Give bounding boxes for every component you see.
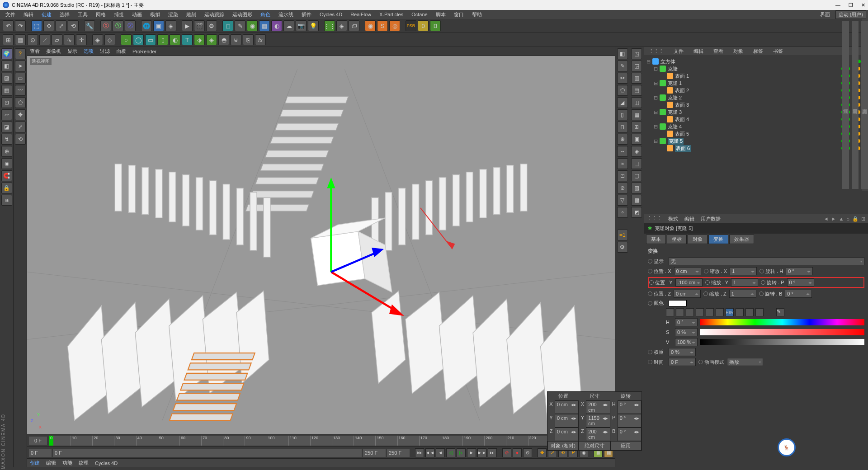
menu-realflow[interactable]: RealFlow — [347, 11, 375, 18]
tag-add[interactable]: 🏷 — [349, 20, 359, 31]
move-tool[interactable]: ✥ — [43, 20, 54, 31]
tweak-mode[interactable]: ⊕ — [1, 146, 12, 157]
attr-tab[interactable]: 坐标 — [667, 235, 687, 244]
frame-range-field[interactable]: 250 F — [387, 449, 410, 457]
rt-brush[interactable]: ✎ — [617, 61, 628, 71]
prev-frame[interactable]: ◄ — [436, 448, 445, 457]
lasso-select[interactable]: 〰 — [15, 85, 26, 96]
record-key[interactable]: ⊘ — [502, 448, 511, 457]
fx[interactable]: fx — [255, 34, 266, 45]
attr-lock[interactable]: 🔒 — [852, 216, 859, 222]
coord-mode-abs[interactable]: 绝对尺寸 — [579, 441, 610, 451]
camera[interactable]: 📷 — [296, 20, 307, 31]
tree-row[interactable]: 表面 1✔ — [646, 72, 866, 80]
poly-select[interactable]: ⬠ — [15, 97, 26, 108]
b-btn[interactable]: B — [430, 20, 441, 31]
rt2-b[interactable]: ◲ — [631, 61, 642, 71]
color-mode-icon[interactable] — [666, 308, 674, 316]
sat-slider[interactable] — [700, 329, 864, 335]
tree-row[interactable]: ⊟克隆 5✔ — [646, 137, 866, 145]
menu-create[interactable]: 创建 — [38, 10, 55, 19]
attr-fwd[interactable]: ► — [831, 216, 836, 222]
menu-plugins[interactable]: 插件 — [298, 10, 315, 19]
zero-btn[interactable]: 0 — [418, 20, 429, 31]
coord-mode-obj[interactable]: 对象 (相对) — [547, 441, 579, 451]
lathe[interactable]: ◐ — [170, 34, 180, 45]
axis-z-toggle[interactable]: Ⓩ — [125, 20, 136, 31]
vp-display[interactable]: 显示 — [67, 48, 77, 55]
move-l[interactable]: ✥ — [15, 109, 26, 120]
help-icon[interactable]: ? — [15, 48, 26, 59]
rt-gear[interactable]: ⚙ — [617, 242, 628, 253]
spline-circle[interactable]: ◯ — [133, 34, 144, 45]
menu-animate[interactable]: 动画 — [128, 10, 146, 19]
rt-knife[interactable]: ✂ — [617, 73, 628, 84]
color-rgb-icon[interactable] — [706, 308, 714, 316]
menu-tools[interactable]: 工具 — [74, 10, 91, 19]
attr-home[interactable]: ⌂ — [846, 216, 849, 222]
vp-filter[interactable]: 过滤 — [100, 48, 110, 55]
menu-tracker[interactable]: 运动跟踪 — [201, 10, 228, 19]
scale-z-field[interactable]: 1◂▸ — [729, 290, 756, 298]
workplane2[interactable]: ◇ — [104, 34, 115, 45]
sweep[interactable]: ⬗ — [194, 34, 205, 45]
vp-options[interactable]: 选项 — [84, 48, 94, 55]
btab-texture[interactable]: 纹理 — [79, 460, 89, 466]
rt2-f[interactable]: ▦ — [631, 109, 642, 120]
rot-h-field[interactable]: 0 °◂▸ — [786, 267, 813, 275]
menu-select[interactable]: 选择 — [56, 10, 73, 19]
axis-y-toggle[interactable]: Ⓨ — [113, 20, 123, 31]
texture-mode[interactable]: ▨ — [1, 73, 12, 84]
recent-tool[interactable]: 🔧 — [84, 20, 95, 31]
frame-current-field[interactable]: 0 F — [53, 449, 362, 457]
color-k-icon[interactable] — [736, 308, 744, 316]
boole[interactable]: ◓ — [218, 34, 229, 45]
menu-script[interactable]: 脚本 — [432, 10, 449, 19]
rect-select[interactable]: ▭ — [15, 73, 26, 84]
menu-pipeline[interactable]: 流水线 — [275, 10, 297, 19]
make-editable[interactable]: ◈ — [165, 20, 176, 31]
hsv-button[interactable]: HSV — [726, 308, 734, 316]
maximize-button[interactable]: ❐ — [849, 2, 853, 8]
rt2-c[interactable]: ▥ — [631, 73, 642, 84]
snap-poly[interactable]: ▱ — [52, 34, 62, 45]
axis-mode[interactable]: ↯ — [1, 134, 12, 145]
rot-b-field[interactable]: 0 °◂▸ — [785, 290, 812, 298]
weight-field[interactable]: 0 %◂▸ — [669, 348, 696, 356]
attr-tab[interactable]: 对象 — [688, 235, 708, 244]
auto-key[interactable]: ● — [513, 448, 522, 457]
snap-spline[interactable]: ∿ — [64, 34, 75, 45]
coord-system[interactable]: 🌐 — [141, 20, 152, 31]
menu-character[interactable]: 角色 — [257, 10, 274, 19]
menu-snap[interactable]: 捕捉 — [110, 10, 127, 19]
tree-row[interactable]: 表面 2✔ — [646, 87, 866, 94]
tree-row[interactable]: ⊟克隆 4✔ — [646, 123, 866, 130]
dock-content-browser[interactable]: 内容浏览器 — [861, 21, 868, 189]
next-frame[interactable]: ► — [467, 448, 476, 457]
viewport[interactable]: 透视视图 网格间距 : 100 cm Y Z X — [27, 56, 615, 434]
attr-tab[interactable]: 变换 — [708, 235, 728, 244]
om-view[interactable]: 查看 — [712, 47, 725, 56]
axis-x-toggle[interactable]: Ⓧ — [100, 20, 111, 31]
attr-up[interactable]: ▲ — [839, 216, 844, 222]
timeline-start[interactable]: 0 F — [29, 437, 47, 445]
light[interactable]: 💡 — [308, 20, 319, 31]
rt-opt[interactable]: ⚬ — [617, 207, 628, 218]
minimize-button[interactable]: — — [835, 2, 840, 8]
coord-apply[interactable]: 应用 — [610, 441, 642, 451]
dock-attributes[interactable]: 属性 — [842, 21, 849, 189]
play-forward[interactable]: ▷ — [457, 448, 466, 457]
om-bookmarks[interactable]: 书签 — [771, 47, 785, 56]
hue-field[interactable]: 0 °◂▸ — [675, 318, 698, 326]
sat-field[interactable]: 0 %◂▸ — [675, 328, 698, 336]
attr-userdata[interactable]: 用户数据 — [701, 216, 721, 222]
tree-row[interactable]: ⊟克隆✔ — [646, 65, 866, 72]
scale-l[interactable]: ⤢ — [15, 122, 26, 132]
layout-dropdown[interactable]: 启动 (用户) — [835, 10, 866, 19]
rt2-g[interactable]: ⊞ — [631, 122, 642, 132]
dock-object-manager[interactable]: 对象管理器 — [852, 21, 859, 189]
color-mixer-icon[interactable] — [745, 308, 754, 316]
scale-tool[interactable]: ⤢ — [56, 20, 66, 31]
array-tool[interactable]: ▦ — [259, 20, 270, 31]
snap-toggle[interactable]: ⊞ — [3, 34, 14, 45]
